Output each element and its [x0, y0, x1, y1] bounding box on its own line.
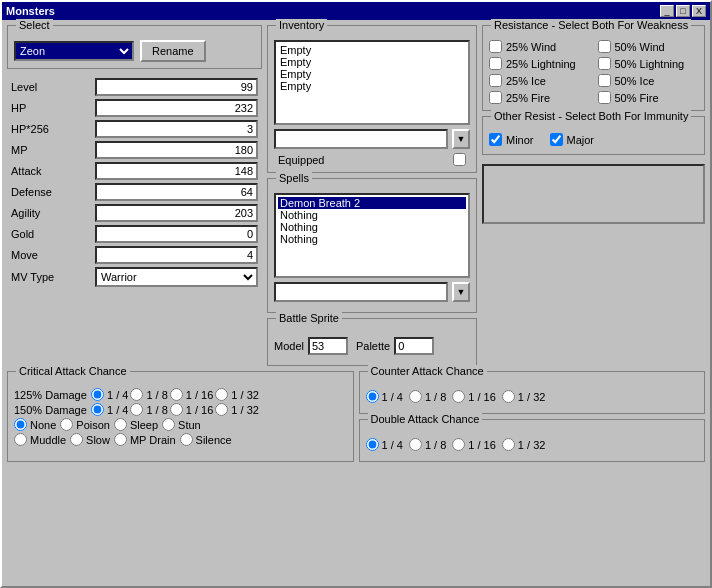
status-mpdrain-radio[interactable]	[114, 433, 127, 446]
status-muddle-label: Muddle	[14, 433, 66, 446]
double-1-32-radio[interactable]	[502, 438, 515, 451]
d150-1-32-radio[interactable]	[215, 403, 228, 416]
stats-area: Level HP HP*256 MP Attack Defense Agilit…	[7, 74, 262, 287]
status-silence-radio[interactable]	[180, 433, 193, 446]
minimize-button[interactable]: _	[660, 5, 674, 17]
status-poison-radio[interactable]	[60, 418, 73, 431]
level-input[interactable]	[95, 78, 258, 96]
d125-1-32-radio[interactable]	[215, 388, 228, 401]
hp256-input[interactable]	[95, 120, 258, 138]
major-resist-item: Major	[550, 133, 595, 146]
double-1-16-label: 1 / 16	[452, 438, 496, 451]
other-resist-group: Other Resist - Select Both For Immunity …	[482, 116, 705, 155]
mp-input[interactable]	[95, 141, 258, 159]
resist-item-1: 50% Wind	[598, 40, 699, 53]
resist-item-0: 25% Wind	[489, 40, 590, 53]
title-bar: Monsters _ □ X	[2, 2, 710, 20]
gold-input[interactable]	[95, 225, 258, 243]
spells-list[interactable]: Demon Breath 2 Nothing Nothing Nothing	[274, 193, 470, 278]
attack-input[interactable]	[95, 162, 258, 180]
inventory-item-3[interactable]: Empty	[278, 80, 466, 92]
maximize-button[interactable]: □	[676, 5, 690, 17]
resist-25lightning-check[interactable]	[489, 57, 502, 70]
select-group: Select Zeon Rename	[7, 25, 262, 69]
damage-125-label: 125% Damage	[14, 389, 89, 401]
status-muddle-radio[interactable]	[14, 433, 27, 446]
spells-combo-input[interactable]	[274, 282, 448, 302]
equipped-label: Equipped	[278, 154, 325, 166]
spell-item-2[interactable]: Nothing	[278, 221, 466, 233]
agility-input[interactable]	[95, 204, 258, 222]
status-stun-radio[interactable]	[162, 418, 175, 431]
inventory-item-0[interactable]: Empty	[278, 44, 466, 56]
d125-1-16-radio[interactable]	[170, 388, 183, 401]
battle-sprite-label: Battle Sprite	[276, 312, 342, 324]
right-bottom: Counter Attack Chance 1 / 4 1 / 8 1 / 16	[359, 371, 706, 462]
d125-1-16-label: 1 / 16	[170, 388, 214, 401]
counter-attack-group: Counter Attack Chance 1 / 4 1 / 8 1 / 16	[359, 371, 706, 414]
double-attack-label: Double Attack Chance	[368, 413, 483, 425]
d150-1-4-radio[interactable]	[91, 403, 104, 416]
double-1-4-radio[interactable]	[366, 438, 379, 451]
spells-combo-btn[interactable]: ▼	[452, 282, 470, 302]
status-row-2: Muddle Slow MP Drain Silence	[14, 433, 347, 446]
agility-label: Agility	[11, 207, 91, 219]
d150-1-8-radio[interactable]	[130, 403, 143, 416]
d150-1-16-radio[interactable]	[170, 403, 183, 416]
status-none-radio[interactable]	[14, 418, 27, 431]
resist-25ice-label: 25% Ice	[506, 75, 546, 87]
inventory-list[interactable]: Empty Empty Empty Empty	[274, 40, 470, 125]
double-inner: 1 / 4 1 / 8 1 / 16 1 / 32	[366, 434, 699, 455]
inventory-item-1[interactable]: Empty	[278, 56, 466, 68]
model-input[interactable]	[308, 337, 348, 355]
resist-25wind-check[interactable]	[489, 40, 502, 53]
resist-50ice-check[interactable]	[598, 74, 611, 87]
monster-select[interactable]: Zeon	[14, 41, 134, 61]
d125-1-4-radio[interactable]	[91, 388, 104, 401]
resist-item-3: 50% Lightning	[598, 57, 699, 70]
rename-button[interactable]: Rename	[140, 40, 206, 62]
resist-50lightning-label: 50% Lightning	[615, 58, 685, 70]
status-slow-radio[interactable]	[70, 433, 83, 446]
resist-50lightning-check[interactable]	[598, 57, 611, 70]
resist-item-4: 25% Ice	[489, 74, 590, 87]
inventory-combo-btn[interactable]: ▼	[452, 129, 470, 149]
battle-sprite-inner: Model Palette	[274, 333, 470, 359]
palette-input[interactable]	[394, 337, 434, 355]
counter-1-32-radio[interactable]	[502, 390, 515, 403]
equipped-checkbox[interactable]	[453, 153, 466, 166]
d125-1-8-radio[interactable]	[130, 388, 143, 401]
counter-1-4-radio[interactable]	[366, 390, 379, 403]
double-1-16-radio[interactable]	[452, 438, 465, 451]
spell-item-3[interactable]: Nothing	[278, 233, 466, 245]
resist-50fire-label: 50% Fire	[615, 92, 659, 104]
resist-25fire-check[interactable]	[489, 91, 502, 104]
status-sleep-radio[interactable]	[114, 418, 127, 431]
stats-grid: Level HP HP*256 MP Attack Defense Agilit…	[11, 74, 258, 287]
close-button[interactable]: X	[692, 5, 706, 17]
defense-input[interactable]	[95, 183, 258, 201]
mv-type-select[interactable]: Warrior	[95, 267, 258, 287]
resist-50fire-check[interactable]	[598, 91, 611, 104]
move-input[interactable]	[95, 246, 258, 264]
minor-resist-check[interactable]	[489, 133, 502, 146]
spell-item-1[interactable]: Nothing	[278, 209, 466, 221]
counter-1-8-radio[interactable]	[409, 390, 422, 403]
d150-1-4-label: 1 / 4	[91, 403, 128, 416]
resist-25ice-check[interactable]	[489, 74, 502, 87]
resist-item-7: 50% Fire	[598, 91, 699, 104]
counter-1-8-label: 1 / 8	[409, 390, 446, 403]
status-stun-label: Stun	[162, 418, 201, 431]
hp-input[interactable]	[95, 99, 258, 117]
double-1-8-radio[interactable]	[409, 438, 422, 451]
critical-attack-label: Critical Attack Chance	[16, 365, 130, 377]
resist-25wind-label: 25% Wind	[506, 41, 556, 53]
major-resist-check[interactable]	[550, 133, 563, 146]
inventory-item-2[interactable]: Empty	[278, 68, 466, 80]
resist-grid: 25% Wind 50% Wind 25% Lightning 50% Ligh…	[489, 40, 698, 104]
spell-item-0[interactable]: Demon Breath 2	[278, 197, 466, 209]
counter-1-16-radio[interactable]	[452, 390, 465, 403]
resist-50wind-check[interactable]	[598, 40, 611, 53]
counter-attack-label: Counter Attack Chance	[368, 365, 487, 377]
inventory-combo-input[interactable]	[274, 129, 448, 149]
